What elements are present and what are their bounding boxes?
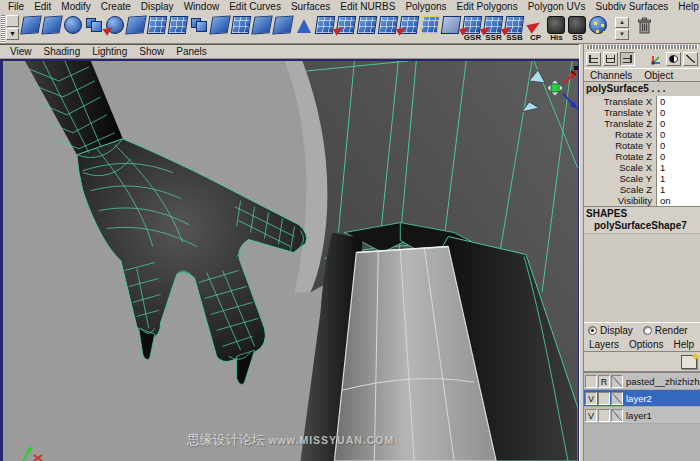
shelf-tool-icon[interactable] bbox=[588, 14, 609, 42]
shelf-tool-icon[interactable] bbox=[63, 14, 84, 42]
shelf-tool-icon[interactable] bbox=[105, 14, 126, 42]
panel-menu-bar: View Shading Lighting Show Panels bbox=[0, 45, 579, 59]
panel-menu-item[interactable]: Lighting bbox=[86, 46, 133, 57]
panel-menu-item[interactable]: Shading bbox=[38, 46, 87, 57]
shelf-tool-icon[interactable]: SSB bbox=[504, 14, 525, 42]
shelf-scroll-up-button[interactable]: ▲ bbox=[615, 17, 629, 28]
shelf-tool-icon[interactable] bbox=[231, 14, 252, 42]
shelf-tool-icon[interactable] bbox=[168, 14, 189, 42]
channel-value-field[interactable]: 0 bbox=[656, 140, 700, 151]
panel-menu-item[interactable]: View bbox=[4, 46, 38, 57]
menu-item[interactable]: Edit Curves bbox=[224, 1, 286, 12]
layer-visibility-toggle[interactable]: V bbox=[585, 409, 597, 422]
layer-name[interactable]: layer1 bbox=[624, 410, 652, 421]
channel-value-field[interactable]: 0 bbox=[656, 151, 700, 162]
shelf-tool-icon[interactable] bbox=[252, 14, 273, 42]
selected-object-name[interactable]: polySurface5 . . . bbox=[584, 82, 700, 96]
menu-item[interactable]: Surfaces bbox=[286, 1, 335, 12]
manipulator-icon[interactable] bbox=[649, 52, 664, 66]
layer-menu-item[interactable]: Layers bbox=[584, 339, 624, 350]
channel-label: Visibility bbox=[584, 195, 656, 206]
layer-menu-item[interactable]: Options bbox=[624, 339, 668, 350]
shelf-tool-label: SS bbox=[567, 34, 588, 42]
shelf-tool-icon[interactable] bbox=[294, 14, 315, 42]
display-radio-dot bbox=[588, 326, 597, 335]
shelf-tool-icon[interactable] bbox=[42, 14, 63, 42]
shelf-tool-glyph bbox=[336, 16, 357, 34]
menu-item[interactable]: Window bbox=[179, 1, 225, 12]
trash-icon[interactable] bbox=[637, 17, 652, 35]
shelf-tool-icon[interactable]: SS bbox=[567, 14, 588, 42]
channel-value-field[interactable]: 1 bbox=[656, 184, 700, 195]
panel-menu-item[interactable]: Show bbox=[133, 46, 170, 57]
channel-value-field[interactable]: on bbox=[656, 195, 700, 206]
menu-item[interactable]: Polygon UVs bbox=[523, 1, 591, 12]
layer-type-toggle[interactable] bbox=[598, 392, 610, 405]
layer-type-toggle[interactable] bbox=[598, 409, 610, 422]
menu-item[interactable]: Display bbox=[136, 1, 179, 12]
channel-value-field[interactable]: 0 bbox=[656, 107, 700, 118]
layer-visibility-toggle[interactable]: V bbox=[585, 392, 597, 405]
channel-box-menu-item[interactable]: Channels bbox=[584, 70, 638, 81]
render-radio[interactable]: Render bbox=[643, 325, 688, 336]
channel-value-field[interactable]: 0 bbox=[656, 96, 700, 107]
shape-node-name[interactable]: polySurfaceShape7 bbox=[584, 219, 700, 233]
channel-box-menu-item[interactable]: Object bbox=[638, 70, 679, 81]
layer-row[interactable]: V layer2 bbox=[584, 390, 700, 407]
shelf-tool-icon[interactable]: CP bbox=[525, 14, 546, 42]
menu-item[interactable]: Edit Polygons bbox=[452, 1, 523, 12]
shelf-tool-icon[interactable] bbox=[126, 14, 147, 42]
channel-layout-icon-3[interactable] bbox=[620, 52, 635, 66]
shelf-tab-icon[interactable] bbox=[6, 15, 19, 27]
shelf-tool-icon[interactable] bbox=[210, 14, 231, 42]
shelf-tool-icon[interactable] bbox=[399, 14, 420, 42]
shelf-tool-icon[interactable]: His bbox=[546, 14, 567, 42]
viewport-canvas[interactable]: 思缘设计论坛 www.MISSYUAN.COM bbox=[0, 59, 579, 461]
shelf-drag-handle[interactable] bbox=[1, 15, 5, 43]
channel-layout-icon-2[interactable] bbox=[603, 52, 618, 66]
layer-type-toggle[interactable]: R bbox=[598, 375, 610, 388]
shelf-tool-icon[interactable] bbox=[357, 14, 378, 42]
channel-layout-icon-1[interactable] bbox=[586, 52, 601, 66]
layer-color-swatch[interactable] bbox=[611, 392, 623, 405]
layer-name[interactable]: layer2 bbox=[624, 393, 652, 404]
shelf-tool-icon[interactable] bbox=[84, 14, 105, 42]
channel-value-field[interactable]: 1 bbox=[656, 173, 700, 184]
layer-list: R pasted__zhizhizhi V layer2 bbox=[584, 372, 700, 461]
shelf-tool-icon[interactable] bbox=[420, 14, 441, 42]
layer-visibility-toggle[interactable] bbox=[585, 375, 597, 388]
panel-menu-item[interactable]: Panels bbox=[170, 46, 213, 57]
shelf-tool-icon[interactable] bbox=[147, 14, 168, 42]
shelf-tab-dropdown[interactable]: ▼ bbox=[6, 28, 19, 40]
shelf-scroll-down-button[interactable]: ▼ bbox=[615, 29, 629, 40]
shelf-tool-glyph bbox=[20, 15, 41, 34]
channel-label: Scale Z bbox=[584, 184, 656, 195]
shelf-tool-icon[interactable] bbox=[189, 14, 210, 42]
layer-row[interactable]: R pasted__zhizhizhi bbox=[584, 373, 700, 390]
layer-row[interactable]: V layer1 bbox=[584, 407, 700, 424]
layer-name[interactable]: pasted__zhizhizhi bbox=[624, 376, 700, 387]
menu-item[interactable]: Subdiv Surfaces bbox=[590, 1, 673, 12]
shelf-tool-icon[interactable] bbox=[21, 14, 42, 42]
hyperbolic-icon[interactable] bbox=[683, 52, 698, 66]
layer-menu-item[interactable]: Help bbox=[668, 339, 699, 350]
menu-item[interactable]: Create bbox=[96, 1, 136, 12]
channel-value-field[interactable]: 0 bbox=[656, 118, 700, 129]
menu-item[interactable]: Edit NURBS bbox=[335, 1, 400, 12]
display-radio[interactable]: Display bbox=[588, 325, 633, 336]
shelf-tool-icon[interactable] bbox=[273, 14, 294, 42]
channel-value-field[interactable]: 0 bbox=[656, 129, 700, 140]
create-layer-icon[interactable] bbox=[681, 355, 697, 369]
menu-item[interactable]: Polygons bbox=[400, 1, 451, 12]
layer-color-swatch[interactable] bbox=[611, 375, 623, 388]
speed-toggle-icon[interactable] bbox=[666, 52, 681, 66]
shelf-tool-icon[interactable] bbox=[336, 14, 357, 42]
menu-item[interactable]: Help bbox=[673, 1, 700, 12]
menu-item[interactable]: Modify bbox=[56, 1, 95, 12]
menu-item[interactable]: File bbox=[3, 1, 29, 12]
channel-value-field[interactable]: 1 bbox=[656, 162, 700, 173]
menu-item[interactable]: Edit bbox=[29, 1, 56, 12]
sidebar-drag-handle[interactable] bbox=[586, 45, 698, 49]
layer-color-swatch[interactable] bbox=[611, 409, 623, 422]
channel-row: Rotate X 0 bbox=[584, 129, 700, 140]
